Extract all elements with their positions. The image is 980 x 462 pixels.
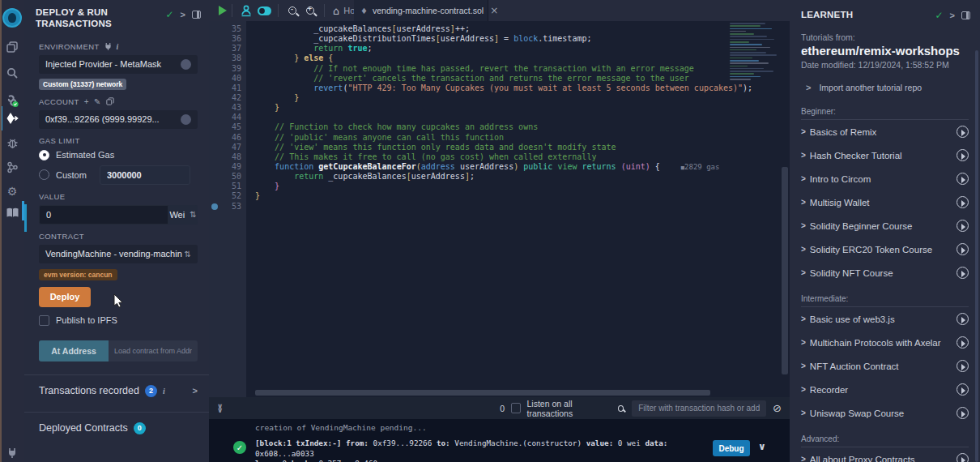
zoom-out-icon[interactable]: - (283, 2, 301, 19)
terminal-log[interactable]: creation of VendingMachine pending... ✓ … (209, 419, 790, 462)
at-address-button[interactable]: At Address (39, 340, 109, 361)
tutorial-item-basic-use-of-web3-js[interactable]: >Basic use of web3.js (790, 307, 980, 331)
play-tutorial-icon[interactable] (957, 407, 969, 419)
gas-custom-input[interactable] (100, 165, 190, 185)
code-line[interactable]: 37 return true; (209, 44, 752, 53)
pin-panel-icon[interactable] (192, 11, 201, 19)
breakpoint-gutter[interactable] (209, 182, 220, 191)
sidebar-item-search[interactable] (0, 62, 24, 84)
remix-ai-assistant-icon[interactable] (237, 2, 255, 19)
expand-tx-icon[interactable]: ∨ (758, 441, 766, 452)
tutorial-item-solidity-beginner-course[interactable]: >Solidity Beginner Course (790, 214, 980, 237)
sidebar-item-learneth[interactable] (0, 201, 24, 224)
add-account-icon[interactable]: + (84, 97, 89, 106)
chevron-right-icon[interactable]: > (193, 386, 198, 396)
sidebar-item-settings[interactable]: ⚙ (0, 180, 24, 203)
play-tutorial-icon[interactable] (957, 220, 969, 232)
code-line[interactable]: 42 } (209, 93, 752, 103)
tutorial-item-multichain-protocols-with-axelar[interactable]: >Multichain Protocols with Axelar (790, 331, 980, 354)
vertical-scrollbar[interactable] (782, 167, 788, 374)
code-line[interactable]: 38 } else { (209, 53, 752, 63)
radio-selected-icon[interactable] (39, 150, 49, 160)
breakpoint-gutter[interactable] (209, 34, 220, 44)
code-line[interactable]: 46 // 'public' means anyone can call thi… (209, 133, 752, 143)
publish-ipfs-row[interactable]: Publish to IPFS (39, 315, 198, 326)
value-input[interactable] (39, 205, 168, 225)
value-unit-select[interactable]: Wei ⇅ (168, 205, 198, 225)
breakpoint-gutter[interactable] (209, 113, 220, 122)
expand-panel-icon[interactable]: > (950, 11, 955, 20)
play-tutorial-icon[interactable] (957, 126, 969, 138)
pin-panel-icon[interactable] (961, 11, 970, 19)
environment-settings-icon[interactable] (181, 59, 191, 70)
breakpoint-gutter[interactable] (209, 152, 220, 162)
info-icon[interactable]: i (117, 42, 119, 51)
play-tutorial-icon[interactable] (957, 196, 969, 208)
sidebar-item-file-explorer[interactable] (0, 36, 24, 58)
tutorial-item-all-about-proxy-contracts[interactable]: >All about Proxy Contracts (790, 447, 980, 462)
play-tutorial-icon[interactable] (957, 173, 969, 185)
copy-icon[interactable] (106, 97, 114, 105)
account-select[interactable]: 0xf39...92266 (9999.99929... (39, 110, 198, 129)
breakpoint-gutter[interactable] (209, 202, 220, 212)
expand-panel-icon[interactable]: > (181, 10, 185, 19)
code-line[interactable]: 52} (209, 191, 752, 201)
environment-select[interactable]: Injected Provider - MetaMask (39, 55, 198, 74)
horizontal-scrollbar[interactable] (255, 390, 710, 396)
tab-vending-machine-contract[interactable]: ♦ vending-machine-contract.sol × (354, 0, 488, 21)
run-script-icon[interactable] (219, 6, 227, 15)
at-address-input[interactable] (109, 340, 198, 361)
breakpoint-gutter[interactable] (209, 64, 220, 74)
ai-toggle-icon[interactable] (255, 2, 273, 19)
edit-account-icon[interactable]: ✎ (94, 97, 101, 106)
debug-button[interactable]: Debug (713, 440, 750, 456)
code-line[interactable]: 45 // Function to check how many cupcake… (209, 122, 752, 132)
info-icon[interactable]: i (163, 387, 165, 396)
code-line[interactable]: 44 (209, 113, 752, 122)
play-tutorial-icon[interactable] (957, 453, 969, 462)
terminal-filter-input[interactable] (632, 400, 766, 417)
gas-custom-option[interactable]: Custom (39, 165, 198, 185)
contract-select[interactable]: VendingMachine - vending-machin ⇅ (39, 245, 198, 263)
unit-stepper-icon[interactable]: ⇅ (190, 210, 196, 219)
breakpoint-gutter[interactable] (209, 133, 220, 143)
code-line[interactable]: 41 revert("HTTP 429: Too Many Cupcakes (… (209, 83, 752, 93)
breakpoint-gutter[interactable] (209, 74, 220, 83)
breakpoint-gutter[interactable] (209, 162, 220, 172)
expand-terminal-icon[interactable]: ∨∨ (217, 404, 223, 413)
play-tutorial-icon[interactable] (957, 360, 969, 372)
play-tutorial-icon[interactable] (957, 383, 969, 396)
breakpoint-gutter[interactable] (209, 24, 220, 34)
panel-scrollbar[interactable] (24, 204, 27, 232)
code-line[interactable]: 48 // This makes it free to call (no gas… (209, 152, 752, 162)
tx-log-entry[interactable]: [block:1 txIndex:-] from: 0xf39...92266 … (255, 438, 705, 462)
breakpoint-gutter[interactable] (209, 143, 220, 152)
tutorial-item-nft-auction-contract[interactable]: >NFT Auction Contract (790, 354, 980, 378)
deploy-button[interactable]: Deploy (39, 287, 91, 307)
tutorial-item-recorder[interactable]: >Recorder (790, 378, 980, 401)
code-line[interactable]: 53 (209, 202, 752, 212)
editor-minimap[interactable] (730, 23, 780, 89)
code-line[interactable]: 47 // 'view' means this function only re… (209, 143, 752, 152)
gas-estimated-option[interactable]: Estimated Gas (39, 150, 198, 160)
sidebar-item-plugin-manager[interactable] (0, 441, 24, 462)
sidebar-item-unit-testing[interactable] (0, 156, 24, 178)
play-tutorial-icon[interactable] (957, 313, 969, 325)
breakpoint-gutter[interactable] (209, 53, 220, 63)
learneth-scrollbar[interactable] (975, 50, 978, 462)
code-line[interactable]: 51 } (209, 182, 752, 191)
sidebar-item-debugger[interactable] (0, 131, 24, 154)
sidebar-item-deploy-run[interactable] (0, 107, 24, 130)
code-line[interactable]: 39 // If not enough time has passed, rev… (209, 64, 752, 74)
breakpoint-gutter[interactable] (209, 103, 220, 113)
breakpoint-gutter[interactable] (209, 83, 220, 93)
code-editor[interactable]: 35 _cupcakeBalances[userAddress]++;36 _c… (209, 21, 790, 397)
tutorial-item-intro-to-circom[interactable]: >Intro to Circom (790, 167, 980, 190)
tutorial-item-uniswap-swap-course[interactable]: >Uniswap Swap Course (790, 401, 980, 425)
tutorial-item-multisig-wallet[interactable]: >Multisig Wallet (790, 190, 980, 214)
transactions-recorded-row[interactable]: Transactions recorded 2 i > (39, 375, 198, 399)
clear-terminal-icon[interactable]: ⊘ (773, 402, 782, 414)
breakpoint-gutter[interactable] (209, 93, 220, 103)
radio-unselected-icon[interactable] (39, 169, 49, 180)
code-line[interactable]: 35 _cupcakeBalances[userAddress]++; (209, 24, 752, 34)
